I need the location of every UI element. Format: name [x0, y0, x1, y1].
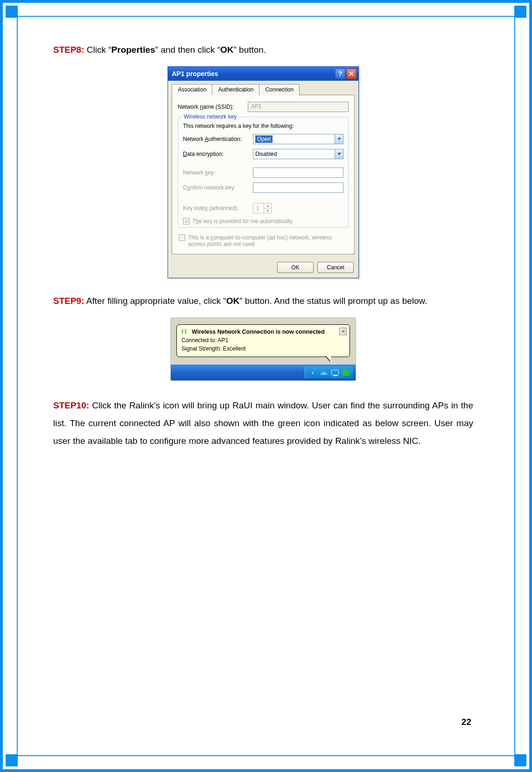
- properties-dialog: AP1 properties ? ✕ Association Authentic…: [168, 66, 359, 278]
- balloon-close-button[interactable]: ✕: [339, 328, 347, 335]
- frame-corner: [6, 754, 18, 766]
- balloon-tail: [325, 356, 331, 362]
- help-button[interactable]: ?: [335, 69, 345, 79]
- group-desc: This network requires a key for the foll…: [183, 123, 343, 129]
- key-index-row: Key index (advanced): 1 ▲▼: [183, 203, 343, 213]
- confirm-key-input: [253, 182, 343, 193]
- cancel-button[interactable]: Cancel: [317, 262, 354, 273]
- wireless-key-group: Wireless network key This network requir…: [178, 117, 349, 228]
- step9-paragraph: STEP9: After filling appropriate value, …: [53, 292, 473, 310]
- page-outer-frame: STEP8: Click “Properties” and then click…: [0, 0, 532, 772]
- tabs-row: Association Authentication Connection: [168, 81, 358, 95]
- adhoc-checkbox: [179, 234, 185, 241]
- step9-text: ” button. And the status will prompt up …: [239, 296, 427, 306]
- close-button[interactable]: ✕: [346, 69, 357, 79]
- chevron-down-icon: [335, 149, 343, 159]
- network-key-row: Network key:: [183, 168, 343, 178]
- step8-label: STEP8:: [53, 45, 84, 55]
- frame-corner: [514, 6, 526, 18]
- frame-corner: [6, 6, 18, 18]
- ssid-label: Network name (SSID):: [178, 104, 248, 110]
- step9-text: After filling appropriate value, click “: [84, 296, 226, 306]
- step8-properties-bold: Properties: [112, 45, 155, 55]
- tab-association[interactable]: Association: [172, 84, 212, 95]
- auto-key-checkbox: ✓: [183, 218, 189, 225]
- frame-corner: [514, 754, 526, 766]
- chevron-down-icon: [335, 134, 343, 144]
- step8-ok-bold: OK: [220, 45, 234, 55]
- step8-text: Click “: [84, 45, 112, 55]
- encryption-label: Data encryption:: [183, 151, 253, 157]
- balloon-title-row: Wireless Network Connection is now conne…: [182, 329, 345, 335]
- step8-paragraph: STEP8: Click “Properties” and then click…: [53, 41, 473, 59]
- balloon-area: ✕ Wireless Network Connection is now con…: [171, 318, 356, 365]
- key-index-spinner: 1 ▲▼: [253, 203, 272, 213]
- encryption-value: Disabled: [255, 151, 277, 157]
- step10-text: Click the Ralink’s icon will bring up Ra…: [53, 400, 473, 446]
- network-key-input: [253, 168, 343, 178]
- step9-figure: ✕ Wireless Network Connection is now con…: [53, 317, 473, 381]
- system-tray: ‹: [305, 366, 353, 379]
- auto-key-row: ✓ The key is provided for me automatical…: [183, 218, 343, 225]
- confirm-key-row: Confirm network key:: [183, 182, 343, 193]
- key-index-label: Key index (advanced):: [183, 205, 253, 211]
- step8-text: ” button.: [233, 45, 266, 55]
- ok-button[interactable]: OK: [277, 262, 314, 273]
- balloon-screenshot: ✕ Wireless Network Connection is now con…: [170, 317, 356, 381]
- step8-text: ” and then click “: [155, 45, 220, 55]
- group-legend: Wireless network key: [182, 113, 238, 120]
- ssid-row: Network name (SSID): AP1: [178, 102, 349, 112]
- wireless-tray-icon[interactable]: [320, 369, 328, 376]
- step10-paragraph: STEP10: Click the Ralink’s icon will bri…: [53, 397, 473, 450]
- encryption-combo[interactable]: Disabled: [253, 149, 343, 159]
- ssid-input[interactable]: AP1: [248, 102, 349, 112]
- auth-row: Network Authentication: Open: [183, 134, 343, 144]
- network-tray-icon[interactable]: [331, 370, 339, 375]
- notification-balloon: ✕ Wireless Network Connection is now con…: [176, 324, 350, 357]
- key-index-value: 1: [256, 205, 259, 211]
- tab-body: Network name (SSID): AP1 Wireless networ…: [172, 95, 355, 254]
- step10-label: STEP10:: [53, 400, 89, 410]
- dialog-title: AP1 properties: [172, 70, 334, 77]
- tab-connection[interactable]: Connection: [259, 84, 300, 95]
- auth-value: Open: [255, 135, 273, 143]
- balloon-line2: Signal Strength: Excellent: [182, 345, 345, 352]
- network-key-label: Network key:: [183, 169, 253, 176]
- balloon-line1: Connected to: AP1: [182, 337, 345, 344]
- balloon-title: Wireless Network Connection is now conne…: [192, 329, 325, 335]
- page-number: 22: [462, 717, 471, 727]
- auto-key-label: The key is provided for me automatically: [192, 218, 293, 225]
- step9-ok-bold: OK: [226, 296, 240, 306]
- spinner-buttons: ▲▼: [264, 204, 271, 213]
- adhoc-row: This is a computer-to-computer (ad hoc) …: [178, 232, 349, 249]
- dialog-buttons: OK Cancel: [168, 258, 358, 278]
- ralink-tray-icon[interactable]: [343, 369, 349, 376]
- confirm-key-label: Confirm network key:: [183, 184, 253, 191]
- tab-authentication[interactable]: Authentication: [212, 84, 259, 95]
- taskbar: ‹: [171, 365, 356, 380]
- auth-combo[interactable]: Open: [253, 134, 343, 144]
- step9-label: STEP9:: [53, 296, 84, 306]
- step8-figure: AP1 properties ? ✕ Association Authentic…: [53, 66, 473, 278]
- dialog-titlebar: AP1 properties ? ✕: [168, 67, 358, 81]
- tray-expand-icon[interactable]: ‹: [309, 369, 316, 376]
- auth-label: Network Authentication:: [183, 136, 253, 142]
- encryption-row: Data encryption: Disabled: [183, 149, 343, 159]
- document-content: STEP8: Click “Properties” and then click…: [53, 41, 473, 457]
- adhoc-label: This is a computer-to-computer (ad hoc) …: [188, 234, 337, 247]
- wireless-icon: [182, 329, 189, 335]
